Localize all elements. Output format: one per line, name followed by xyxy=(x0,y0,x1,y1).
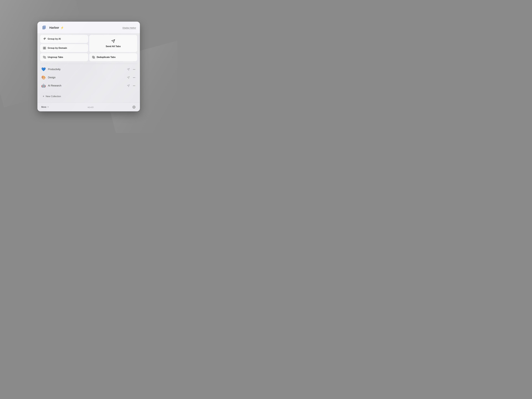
send-all-tabs-label: Send All Tabs xyxy=(106,45,121,48)
settings-button[interactable] xyxy=(132,105,136,109)
svg-point-30 xyxy=(135,85,135,86)
design-more-button[interactable] xyxy=(132,76,136,80)
ai-research-more-button[interactable] xyxy=(132,84,136,88)
group-by-ai-button[interactable]: Group by AI xyxy=(40,35,88,43)
plus-icon: + xyxy=(43,95,44,98)
new-collection-button[interactable]: + New Collection xyxy=(40,92,63,101)
ai-research-name: AI Research xyxy=(48,84,61,87)
collection-actions xyxy=(126,76,136,80)
more-label: More xyxy=(41,106,46,108)
svg-rect-6 xyxy=(44,47,46,48)
deduplicate-icon xyxy=(92,56,95,59)
svg-rect-5 xyxy=(43,47,44,48)
domain-icon xyxy=(43,47,46,50)
ai-research-emoji: 🤖 xyxy=(41,83,46,88)
send-icon xyxy=(111,39,115,43)
ungroup-tabs-label: Ungroup Tabs xyxy=(48,56,63,59)
group-by-domain-button[interactable]: Group by Domain xyxy=(40,44,88,52)
header: Harbor ⚡ Display Harbor xyxy=(38,22,140,33)
svg-rect-10 xyxy=(44,57,46,58)
svg-rect-9 xyxy=(43,56,44,57)
collections-list: 💙 Productivity xyxy=(38,64,140,91)
svg-point-18 xyxy=(133,69,133,70)
actions-grid: Group by AI Send All Tabs xyxy=(38,33,140,64)
svg-point-19 xyxy=(134,69,134,70)
svg-point-20 xyxy=(135,69,135,70)
send-all-tabs-button[interactable]: Send All Tabs xyxy=(89,35,137,52)
collection-item-ai-research[interactable]: 🤖 AI Research xyxy=(38,82,140,90)
new-collection-label: New Collection xyxy=(46,95,61,98)
deduplicate-tabs-label: Deduplicate Tabs xyxy=(97,56,115,59)
collection-actions xyxy=(126,68,136,71)
collection-actions xyxy=(126,84,136,88)
app-title: Harbor ⚡ xyxy=(49,26,64,30)
display-harbor-button[interactable]: Display Harbor xyxy=(122,27,136,29)
productivity-emoji: 💙 xyxy=(41,67,46,71)
design-send-button[interactable] xyxy=(126,76,130,80)
svg-point-25 xyxy=(135,77,135,78)
ungroup-tabs-button[interactable]: Ungroup Tabs xyxy=(40,53,88,61)
productivity-send-button[interactable] xyxy=(126,68,130,71)
svg-rect-7 xyxy=(43,48,44,49)
collection-left: 🤖 AI Research xyxy=(41,83,61,88)
group-by-ai-label: Group by AI xyxy=(48,38,61,40)
app-icon xyxy=(41,25,47,31)
header-left: Harbor ⚡ xyxy=(41,25,64,31)
group-by-domain-label: Group by Domain xyxy=(48,47,67,50)
design-name: Design xyxy=(48,76,56,79)
footer: More v1.4.3 xyxy=(38,103,140,111)
main-panel: Harbor ⚡ Display Harbor Group by AI xyxy=(38,22,140,111)
svg-point-28 xyxy=(133,85,133,86)
productivity-name: Productivity xyxy=(48,68,61,71)
svg-rect-2 xyxy=(44,26,45,26)
collection-left: 💙 Productivity xyxy=(41,67,61,71)
lightning-icon: ⚡ xyxy=(60,26,64,29)
ai-research-send-button[interactable] xyxy=(126,84,130,88)
app-name: Harbor xyxy=(49,26,59,30)
collection-item-productivity[interactable]: 💙 Productivity xyxy=(38,65,140,73)
ungroup-icon xyxy=(43,56,46,59)
chevron-down-icon xyxy=(47,106,49,108)
version-text: v1.4.3 xyxy=(88,106,93,108)
more-dropdown-button[interactable]: More xyxy=(41,106,49,108)
collection-item-design[interactable]: 🎨 Design xyxy=(38,73,140,82)
productivity-more-button[interactable] xyxy=(132,68,136,71)
svg-point-24 xyxy=(134,77,134,78)
design-emoji: 🎨 xyxy=(41,75,46,80)
sparkle-icon xyxy=(43,38,46,40)
svg-point-23 xyxy=(133,77,133,78)
svg-point-29 xyxy=(134,85,134,86)
deduplicate-tabs-button[interactable]: Deduplicate Tabs xyxy=(89,53,137,61)
svg-point-31 xyxy=(133,107,134,108)
collection-left: 🎨 Design xyxy=(41,75,56,80)
svg-rect-8 xyxy=(44,48,46,49)
